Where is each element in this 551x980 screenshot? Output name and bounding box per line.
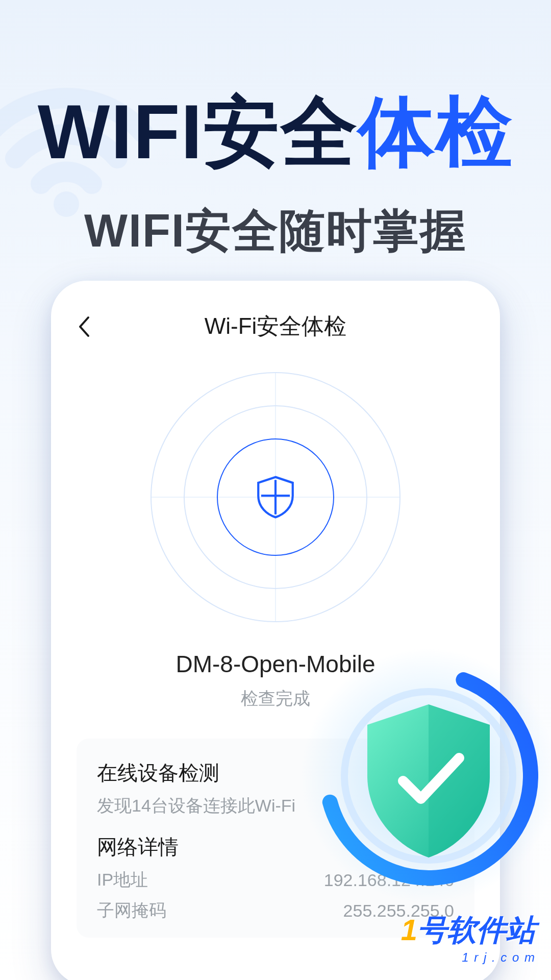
hero-title-accent: 体检 [358,89,513,175]
chevron-left-icon [77,315,91,338]
hero-section: WIFI安全体检 WIFI安全随时掌握 [0,0,551,262]
mask-label: 子网掩码 [97,899,166,922]
ip-label: IP地址 [97,868,148,892]
watermark-url: 1 r j . c o m [401,950,536,965]
hero-title: WIFI安全体检 [0,82,551,185]
devices-subtitle: 发现14台设备连接此Wi-Fi [97,794,295,818]
page-title: Wi-Fi安全体检 [77,311,474,341]
watermark-text: 1号软件站 [401,911,536,950]
back-button[interactable] [71,314,97,339]
hero-title-text: WIFI安全 [38,89,359,175]
security-badge-graphic [296,643,551,909]
devices-title: 在线设备检测 [97,759,295,787]
watermark-label: 号软件站 [417,913,536,946]
shield-icon [253,474,298,520]
watermark: 1号软件站 1 r j . c o m [401,911,536,965]
app-header: Wi-Fi安全体检 [61,306,490,362]
watermark-one: 1 [401,913,417,946]
hero-subtitle: WIFI安全随时掌握 [0,200,551,262]
radar-graphic [151,372,400,622]
